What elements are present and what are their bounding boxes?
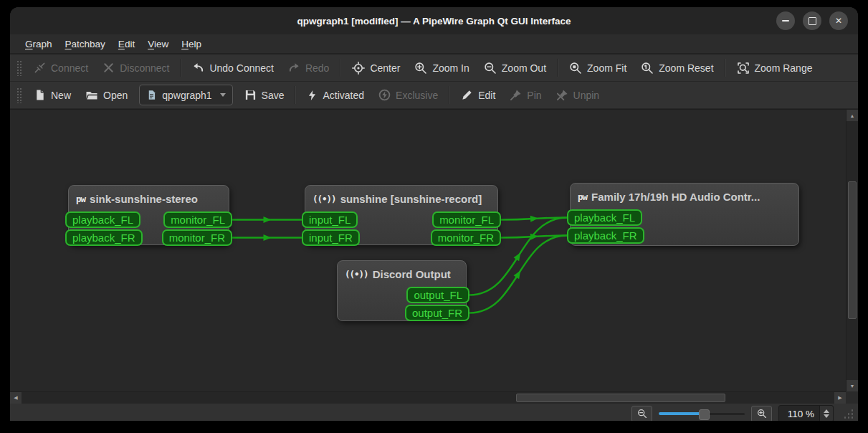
graph-node-sunshine[interactable]: ((•))sunshine [sunshine-record]input_FLi…	[305, 185, 498, 245]
zoom-range-button[interactable]: Zoom Range	[730, 58, 820, 78]
port-monitor_FR[interactable]: monitor_FR	[162, 229, 232, 246]
resize-grip[interactable]	[843, 409, 854, 419]
zoom-out-small-button[interactable]	[631, 406, 652, 422]
zoom-fit-button[interactable]: Zoom Fit	[562, 58, 634, 78]
zoom-slider[interactable]	[659, 409, 745, 419]
toolbar-separator	[340, 59, 341, 77]
save-label: Save	[262, 90, 285, 101]
pin-button[interactable]: Pin	[502, 85, 548, 105]
node-title: Discord Output	[373, 268, 451, 280]
graph-node-discord[interactable]: ((•))Discord Outputoutput_FLoutput_FR	[337, 260, 467, 321]
redo-button[interactable]: Redo	[281, 58, 336, 78]
undo-connect-button[interactable]: Undo Connect	[185, 58, 281, 78]
port-input_FL[interactable]: input_FL	[302, 211, 358, 228]
maximize-button[interactable]	[803, 11, 821, 30]
menu-help[interactable]: Help	[175, 37, 208, 52]
graph-canvas[interactable]: pwsink-sunshine-stereoplayback_FLplaybac…	[10, 109, 858, 404]
toolbar-drag-handle[interactable]	[16, 60, 22, 76]
zoom-in-small-button[interactable]	[751, 406, 772, 422]
zoom-spinbox[interactable]: 110 %	[778, 405, 834, 421]
unpin-button[interactable]: Unpin	[549, 85, 607, 105]
open-button[interactable]: Open	[78, 85, 135, 105]
scrollbar-corner	[846, 391, 858, 404]
connect-button[interactable]: Connect	[27, 58, 95, 78]
edit-button[interactable]: Edit	[454, 85, 502, 105]
zoom-reset-icon	[641, 62, 654, 75]
activated-icon	[307, 90, 318, 101]
save-button[interactable]: Save	[237, 85, 292, 105]
port-input_FR[interactable]: input_FR	[302, 229, 360, 246]
undo-icon	[192, 62, 204, 74]
pin-label: Pin	[527, 90, 541, 101]
pipewire-icon: pw	[578, 191, 587, 202]
menu-patchbay[interactable]: Patchbay	[59, 37, 112, 52]
scroll-left-button[interactable]: ◀	[10, 392, 22, 404]
wire-arrow-icon	[264, 234, 272, 241]
zoom-in-small-icon	[757, 409, 767, 419]
wire-arrow-icon	[530, 216, 538, 222]
graph-node-sink[interactable]: pwsink-sunshine-stereoplayback_FLplaybac…	[68, 185, 229, 245]
zoom-in-icon	[414, 62, 427, 75]
toolbar-separator	[180, 59, 181, 77]
unpin-label: Unpin	[573, 90, 600, 101]
port-output_FL[interactable]: output_FL	[406, 287, 469, 303]
session-name: qpwgraph1	[162, 90, 211, 101]
port-playback_FL[interactable]: playback_FL	[567, 209, 642, 226]
edit-label: Edit	[478, 90, 495, 101]
session-combobox[interactable]: qpwgraph1	[139, 85, 232, 105]
horizontal-scroll-thumb[interactable]	[516, 394, 725, 402]
toolbar-separator	[725, 59, 726, 77]
port-playback_FR[interactable]: playback_FR	[567, 227, 644, 244]
port-monitor_FL[interactable]: monitor_FL	[432, 211, 501, 228]
activated-button[interactable]: Activated	[300, 85, 371, 105]
exclusive-button[interactable]: Exclusive	[371, 85, 445, 105]
scroll-right-button[interactable]: ▶	[834, 392, 846, 404]
vertical-scroll-thumb[interactable]	[848, 181, 857, 319]
scroll-down-button[interactable]: ▼	[846, 380, 858, 391]
zoom-reset-button[interactable]: Zoom Reset	[634, 58, 720, 78]
maximize-icon	[809, 17, 816, 25]
patchbay-toolbar: New Open qpwgraph1 Save Activated Exclus…	[10, 82, 858, 109]
node-header: ((•))Discord Output	[338, 261, 466, 285]
menu-bar: Graph Patchbay Edit View Help	[10, 34, 858, 54]
activated-label: Activated	[323, 90, 364, 101]
toolbar-separator	[557, 59, 558, 77]
graph-node-family[interactable]: pwFamily 17h/19h HD Audio Contr...playba…	[570, 183, 799, 246]
port-playback_FL[interactable]: playback_FL	[65, 211, 140, 228]
disconnect-label: Disconnect	[120, 62, 169, 74]
port-monitor_FL[interactable]: monitor_FL	[163, 211, 232, 228]
menu-graph[interactable]: Graph	[19, 37, 59, 52]
menu-edit[interactable]: Edit	[112, 37, 141, 52]
stream-icon: ((•))	[313, 194, 336, 204]
close-button[interactable]: ✕	[829, 11, 848, 30]
redo-label: Redo	[305, 62, 329, 74]
port-playback_FR[interactable]: playback_FR	[65, 229, 143, 246]
horizontal-scrollbar[interactable]: ◀ ▶	[10, 391, 846, 404]
minimize-button[interactable]	[776, 11, 795, 30]
vertical-scrollbar[interactable]: ▲ ▼	[846, 110, 858, 391]
combobox-caret-icon	[220, 93, 226, 97]
zoom-out-button[interactable]: Zoom Out	[477, 58, 553, 78]
new-button[interactable]: New	[27, 85, 78, 105]
port-monitor_FR[interactable]: monitor_FR	[431, 229, 501, 246]
zoom-in-button[interactable]: Zoom In	[407, 58, 476, 78]
center-button[interactable]: Center	[345, 58, 407, 78]
exclusive-label: Exclusive	[396, 90, 438, 101]
node-title: Family 17h/19h HD Audio Contr...	[591, 191, 760, 203]
slider-handle[interactable]	[699, 409, 710, 420]
stream-icon: ((•))	[345, 269, 368, 280]
toolbar-drag-handle[interactable]	[16, 87, 22, 103]
undo-connect-label: Undo Connect	[209, 62, 274, 74]
port-output_FR[interactable]: output_FR	[405, 305, 469, 321]
zoom-range-icon	[737, 62, 750, 75]
graph-viewport[interactable]: pwsink-sunshine-stereoplayback_FLplaybac…	[10, 110, 846, 391]
app-window: qpwgraph1 [modified] — A PipeWire Graph …	[10, 7, 858, 421]
pipewire-icon: pw	[76, 194, 85, 204]
menu-view[interactable]: View	[141, 37, 175, 52]
disconnect-button[interactable]: Disconnect	[95, 58, 176, 78]
title-bar[interactable]: qpwgraph1 [modified] — A PipeWire Graph …	[10, 7, 858, 34]
connection-wires-layer	[10, 110, 846, 391]
scroll-up-button[interactable]: ▲	[846, 110, 858, 121]
spinbox-arrows[interactable]	[819, 406, 833, 421]
edit-pencil-icon	[461, 89, 473, 101]
